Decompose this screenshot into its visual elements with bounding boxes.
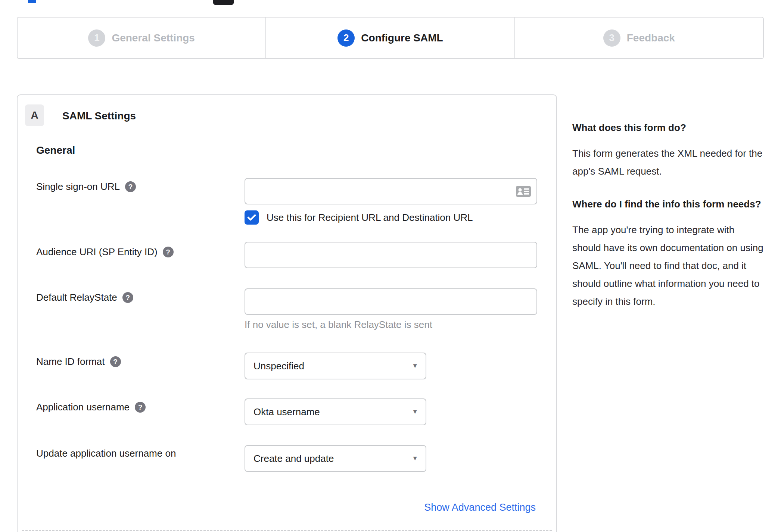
application-username-select[interactable]: Okta username ▼ [245, 398, 426, 425]
application-username-value: Okta username [253, 406, 320, 418]
help-icon[interactable]: ? [163, 247, 174, 257]
name-id-format-value: Unspecified [253, 360, 304, 372]
application-username-label: Application username ? [36, 401, 146, 413]
update-application-username-label-text: Update application username on [36, 448, 176, 459]
name-id-format-label: Name ID format ? [36, 356, 121, 367]
audience-uri-field [245, 242, 537, 268]
audience-uri-label: Audience URI (SP Entity ID) ? [36, 246, 174, 258]
card-title: SAML Settings [62, 110, 136, 122]
application-username-label-text: Application username [36, 401, 130, 413]
contact-card-icon[interactable] [516, 185, 531, 197]
help-icon[interactable]: ? [122, 292, 133, 303]
audience-uri-input[interactable] [245, 242, 537, 268]
default-relaystate-input[interactable] [245, 288, 537, 315]
name-id-format-label-text: Name ID format [36, 356, 105, 367]
okta-configure-saml-page: 1 General Settings 2 Configure SAML 3 Fe… [0, 0, 781, 532]
help-question-2: Where do I find the info this form needs… [572, 197, 765, 212]
step-1-number-badge: 1 [88, 29, 105, 47]
default-relaystate-field [245, 288, 537, 315]
step-feedback[interactable]: 3 Feedback [514, 18, 763, 58]
saml-settings-card: A SAML Settings General Single sign-on U… [17, 94, 557, 532]
section-a-badge: A [25, 104, 44, 126]
recipient-destination-checkbox[interactable] [245, 210, 259, 225]
default-relaystate-label-text: Default RelayState [36, 292, 117, 303]
step-1-label: General Settings [112, 32, 195, 44]
help-answer-1: This form generates the XML needed for t… [572, 144, 765, 180]
chevron-down-icon: ▼ [412, 455, 418, 462]
cut-off-active-tab-fragment [28, 0, 36, 3]
update-application-username-value: Create and update [253, 453, 334, 464]
help-icon[interactable]: ? [110, 356, 121, 367]
contextual-help-panel: What does this form do? This form genera… [572, 120, 765, 327]
cut-off-header-icon-fragment [213, 0, 234, 5]
audience-uri-label-text: Audience URI (SP Entity ID) [36, 246, 158, 258]
step-2-label: Configure SAML [361, 32, 443, 44]
section-dashed-divider [22, 530, 552, 531]
relaystate-hint: If no value is set, a blank RelayState i… [245, 319, 432, 331]
help-answer-2: The app you're trying to integrate with … [572, 221, 765, 310]
chevron-down-icon: ▼ [412, 408, 418, 416]
general-section-heading: General [36, 144, 75, 156]
update-application-username-label: Update application username on [36, 448, 176, 459]
update-application-username-select[interactable]: Create and update ▼ [245, 445, 426, 472]
single-sign-on-url-label-text: Single sign-on URL [36, 181, 120, 193]
step-3-label: Feedback [627, 32, 675, 44]
recipient-destination-checkbox-label: Use this for Recipient URL and Destinati… [267, 212, 473, 223]
step-general-settings[interactable]: 1 General Settings [18, 18, 265, 58]
show-advanced-settings-link[interactable]: Show Advanced Settings [424, 502, 536, 513]
single-sign-on-url-input[interactable] [245, 178, 537, 204]
step-configure-saml[interactable]: 2 Configure SAML [265, 18, 514, 58]
step-3-number-badge: 3 [603, 29, 620, 47]
chevron-down-icon: ▼ [412, 362, 418, 370]
name-id-format-select[interactable]: Unspecified ▼ [245, 353, 426, 379]
step-2-number-badge: 2 [337, 29, 355, 47]
help-icon[interactable]: ? [125, 181, 136, 192]
checkmark-icon [247, 214, 256, 221]
default-relaystate-label: Default RelayState ? [36, 292, 133, 303]
help-icon[interactable]: ? [135, 402, 146, 413]
single-sign-on-url-label: Single sign-on URL ? [36, 181, 136, 193]
wizard-stepper: 1 General Settings 2 Configure SAML 3 Fe… [17, 17, 764, 59]
single-sign-on-url-field [245, 178, 537, 204]
help-question-1: What does this form do? [572, 120, 765, 135]
